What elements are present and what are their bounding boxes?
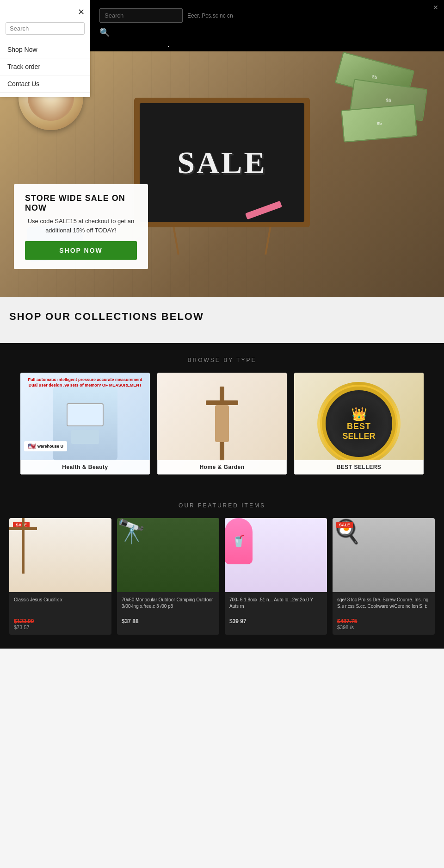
products-section: OUR FEATURED ITEMS SALE Classic Jesus Cr…	[0, 488, 444, 649]
mobile-menu-item-shop[interactable]: Shop Now	[0, 41, 90, 58]
sale-badge-3: SALE	[336, 522, 353, 528]
product-card-0[interactable]: SALE Classic Jesus Crucifix x $123.99 $7…	[9, 518, 111, 635]
health-card-label: Health & Beauty	[20, 460, 150, 475]
bestseller-card-image: 👑 BEST SELLER	[294, 373, 424, 475]
collection-card-health[interactable]: Full automatic intelligent pressure accu…	[20, 373, 150, 475]
product-original-price-0: $123.99	[14, 618, 107, 624]
hero-chalkboard: SALE	[134, 98, 310, 227]
cross-horizontal	[206, 400, 238, 405]
product-info-3: sge/ 3 tcc Pro.ss Dre. Screw Counre. Ins…	[333, 592, 435, 635]
product-original-price-3: $487.75	[337, 618, 430, 624]
chalkboard-sale-text: SALE	[177, 144, 267, 181]
product-sale-price-3: $398 /s	[337, 624, 430, 630]
sale-title: STORE WIDE SALE ON NOW	[25, 194, 137, 213]
product-name-0: Classic Jesus Crucifix x	[14, 597, 107, 615]
product-info-2: 700- 6 1.8ocx .51 n... Auto lo...2er.2o.…	[225, 592, 327, 629]
collection-card-bestseller[interactable]: 👑 BEST SELLER BEST SELLERS	[294, 373, 424, 475]
browse-section: BROWSE BY TYPE Full automatic intelligen…	[0, 343, 444, 488]
mini-cross-horizontal	[9, 527, 37, 530]
garden-card-label: Home & Garden	[157, 460, 287, 475]
crown-icon: 👑	[351, 406, 367, 422]
bestseller-card-label: BEST SELLERS	[294, 460, 424, 475]
mobile-menu-close[interactable]: ✕	[0, 5, 90, 19]
bestseller-badge-outer: 👑 BEST SELLER	[317, 382, 401, 465]
collections-title: SHOP OUR COLLECTIONS BELOW	[9, 311, 435, 323]
mobile-menu-items: Shop Now Track order Contact Us	[0, 41, 90, 93]
product-card-2[interactable]: 🥤 700- 6 1.8ocx .51 n... Auto lo...2er.2…	[225, 518, 327, 635]
product-name-2: 700- 6 1.8ocx .51 n... Auto lo...2er.2o.…	[229, 597, 322, 615]
chalkboard-wood-frame: SALE	[134, 98, 310, 227]
health-card-image: Full automatic intelligent pressure accu…	[20, 373, 150, 475]
money-bill-3: $5	[341, 104, 417, 143]
sale-description: Use code SALE15 at checkout to get an ad…	[25, 217, 137, 235]
product-card-3[interactable]: SALE 🍳 sge/ 3 tcc Pro.ss Dre. Screw Coun…	[333, 518, 435, 635]
mobile-search-input[interactable]	[6, 22, 85, 35]
garden-card-image	[157, 373, 287, 475]
warehouse-logo-text: warehouse U	[37, 444, 63, 449]
product-name-1: 70x60 Monocular Outdoor Camping Outdoor …	[122, 597, 215, 615]
flag-icon: 🇺🇸	[28, 443, 36, 450]
warehouse-logo: 🇺🇸 warehouse U	[24, 441, 67, 451]
product-name-3: sge/ 3 tcc Pro.ss Dre. Screw Counre. Ins…	[337, 597, 430, 615]
hero-sale-box: STORE WIDE SALE ON NOW Use code SALE15 a…	[14, 184, 148, 269]
bestseller-badge: 👑 BEST SELLER	[322, 387, 396, 461]
product-image-cross: SALE	[9, 518, 111, 592]
product-info-0: Classic Jesus Crucifix x $123.99 $73 57	[9, 592, 111, 635]
binoculars-icon: 🔭	[117, 518, 219, 545]
blender-icon: 🥤	[225, 518, 253, 564]
bestseller-text-2: SELLER	[342, 431, 375, 441]
search-submit-button[interactable]: 🔍	[99, 27, 110, 37]
product-sale-price-0: $73 57	[14, 624, 107, 630]
products-section-title: OUR FEATURED ITEMS	[9, 502, 435, 509]
product-image-cookware: SALE 🍳	[333, 518, 435, 592]
mini-cross-vertical	[22, 518, 25, 574]
mobile-menu: ✕ Shop Now Track order Contact Us	[0, 0, 90, 97]
product-price-2: $39 97	[229, 618, 322, 624]
collection-card-garden[interactable]: Home & Garden	[157, 373, 287, 475]
hero-shop-now-button[interactable]: SHOP NOW	[25, 241, 137, 260]
product-image-binoculars: 🔭	[117, 518, 219, 592]
product-price-1: $37 88	[122, 618, 215, 624]
products-grid: SALE Classic Jesus Crucifix x $123.99 $7…	[9, 518, 435, 635]
mobile-menu-item-track[interactable]: Track order	[0, 58, 90, 75]
mobile-menu-item-contact[interactable]: Contact Us	[0, 75, 90, 93]
bestseller-text-1: BEST	[347, 422, 371, 431]
product-info-1: 70x60 Monocular Outdoor Camping Outdoor …	[117, 592, 219, 629]
search-overlay: Eeer..Pcs.sc nc cn- 🔍 ✕	[90, 0, 444, 46]
cross-product-image	[9, 518, 37, 574]
bp-screen	[67, 403, 104, 426]
search-helper-text: Eeer..Pcs.sc nc cn-	[187, 12, 435, 19]
cross-figure-image	[204, 387, 240, 461]
product-card-1[interactable]: 🔭 70x60 Monocular Outdoor Camping Outdoo…	[117, 518, 219, 635]
hero-money-bills: $5 $5 $5	[314, 61, 430, 153]
search-overlay-close[interactable]: ✕	[433, 4, 438, 11]
collections-section: SHOP OUR COLLECTIONS BELOW	[0, 297, 444, 343]
cross-body	[215, 405, 229, 442]
browse-section-title: BROWSE BY TYPE	[9, 357, 435, 363]
product-image-blender: 🥤	[225, 518, 327, 592]
search-overlay-input[interactable]	[99, 8, 183, 23]
mobile-menu-search-area	[0, 19, 90, 37]
collection-grid: Full automatic intelligent pressure accu…	[9, 373, 435, 475]
